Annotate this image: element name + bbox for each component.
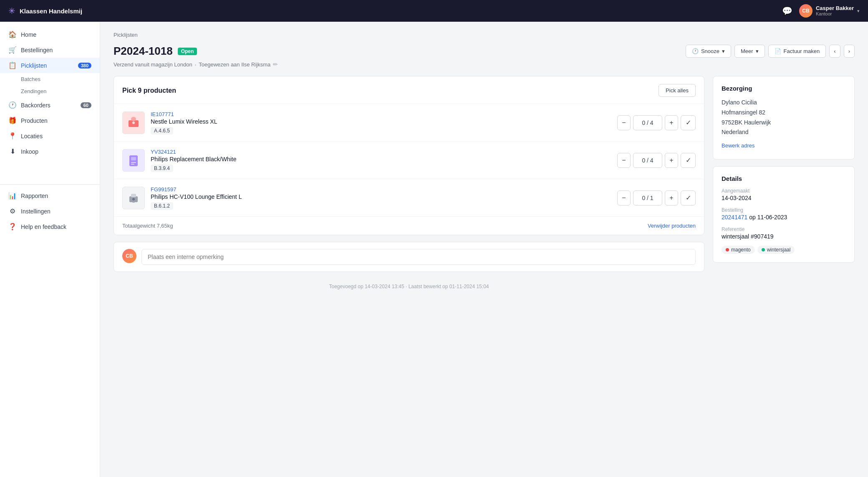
snooze-label: Snooze (701, 48, 719, 54)
tag-magento: magento (722, 246, 755, 254)
tag-label-wintersjaal: wintersjaal (767, 247, 791, 253)
product-icon: 🎁 (8, 117, 17, 124)
avatar: CB (799, 4, 812, 18)
breadcrumb: Picklijsten (114, 32, 855, 38)
check-button-1[interactable]: ✓ (681, 115, 696, 130)
comment-input[interactable] (141, 249, 696, 265)
svg-rect-5 (131, 162, 136, 163)
tag-label-magento: magento (731, 247, 751, 253)
detail-bestelling: Bestelling 20241471 op 11-06-2023 (722, 207, 846, 221)
sidebar-item-locaties[interactable]: 📍 Locaties (0, 128, 100, 144)
sidebar-item-picklijsten[interactable]: 📋 Picklijsten 380 (0, 58, 100, 73)
sidebar-label-bestellingen: Bestellingen (21, 47, 91, 53)
sidebar-item-bestellingen[interactable]: 🛒 Bestellingen (0, 42, 100, 58)
picklijsten-badge: 380 (78, 63, 91, 69)
product-sku-1[interactable]: IE107771 (151, 111, 174, 117)
sidebar-item-producten[interactable]: 🎁 Producten (0, 113, 100, 128)
pick-title: Pick 9 producten (122, 87, 176, 94)
right-column: Bezorging Dylano Cicilia Hofmansingel 82… (713, 76, 855, 298)
app-logo-icon: ✳ (8, 6, 15, 16)
help-icon: ❓ (8, 223, 17, 231)
factuur-maken-button[interactable]: 📄 Factuur maken (768, 45, 826, 58)
product-location-3: B.6.1.2 (151, 202, 173, 210)
referentie-label: Referentie (722, 226, 846, 232)
product-name-3: Philips HC-V100 Lounge Efficient L (151, 193, 611, 200)
product-controls-2: − + ✓ (617, 153, 696, 168)
svg-point-2 (132, 122, 135, 124)
page-subtitle: Verzend vanuit magazijn London · Toegewe… (114, 61, 855, 68)
user-menu[interactable]: CB Casper Bakker Kantoor ▾ (799, 4, 860, 18)
chart-icon: 📊 (8, 192, 17, 200)
factuur-label: Factuur maken (784, 48, 820, 54)
total-weight: Totaalgewicht 7,65kg (122, 223, 173, 229)
bestelling-link[interactable]: 20241471 (722, 214, 747, 221)
qty-increment-1[interactable]: + (665, 115, 678, 130)
product-img-icon-1 (125, 114, 142, 131)
product-image-3 (122, 187, 145, 209)
product-sku-2[interactable]: YV324121 (151, 149, 176, 155)
sidebar-item-backorders[interactable]: 🕐 Backorders 60 (0, 97, 100, 113)
sidebar-item-home[interactable]: 🏠 Home (0, 27, 100, 42)
pick-all-button[interactable]: Pick alles (659, 84, 696, 97)
qty-increment-3[interactable]: + (665, 190, 678, 206)
sidebar-item-batches[interactable]: Batches (21, 73, 100, 85)
sidebar-item-instellingen[interactable]: ⚙ Instellingen (0, 203, 100, 219)
bestelling-value: 20241471 op 11-06-2023 (722, 214, 846, 221)
product-sku-3[interactable]: FG991597 (151, 186, 176, 193)
qty-decrement-2[interactable]: − (617, 153, 631, 168)
qty-increment-2[interactable]: + (665, 153, 678, 168)
detail-referentie: Referentie wintersjaal #907419 (722, 226, 846, 240)
remove-products-button[interactable]: Verwijder producten (648, 223, 696, 229)
meer-chevron-icon: ▾ (756, 48, 759, 54)
sidebar-item-rapporten[interactable]: 📊 Rapporten (0, 188, 100, 203)
product-info-1: IE107771 Nestle Lumix Wireless XL A.4.6.… (151, 111, 611, 134)
detail-aangemaakt: Aangemaakt 14-03-2024 (722, 188, 846, 201)
check-button-2[interactable]: ✓ (681, 153, 696, 168)
qty-decrement-1[interactable]: − (617, 115, 631, 130)
sidebar-sub-group: Batches Zendingen (0, 73, 100, 97)
edit-icon[interactable]: ✏ (273, 61, 278, 68)
bestelling-suffix: op 11-06-2023 (747, 214, 787, 221)
page-footer: Toegevoegd op 14-03-2024 13:45 · Laatst … (114, 284, 704, 298)
aangemaakt-value: 14-03-2024 (722, 195, 846, 201)
bezorging-card: Bezorging Dylano Cicilia Hofmansingel 82… (713, 76, 855, 160)
meer-button[interactable]: Meer ▾ (734, 45, 765, 58)
pick-footer: Totaalgewicht 7,65kg Verwijder producten (114, 217, 704, 235)
bestelling-label: Bestelling (722, 207, 846, 213)
page-header: P2024-1018 Open 🕐 Snooze ▾ Meer ▾ 📄 Fact… (114, 45, 855, 58)
sidebar-label-backorders: Backorders (21, 102, 76, 109)
qty-input-1[interactable] (633, 115, 662, 130)
details-card: Details Aangemaakt 14-03-2024 Bestelling… (713, 166, 855, 263)
chevron-down-icon: ▾ (857, 8, 860, 14)
home-icon: 🏠 (8, 30, 17, 38)
product-location-2: B.3.9.4 (151, 165, 173, 172)
product-controls-1: − + ✓ (617, 115, 696, 130)
sidebar: 🏠 Home 🛒 Bestellingen 📋 Picklijsten 380 … (0, 22, 100, 477)
sidebar-item-help[interactable]: ❓ Help en feedback (0, 219, 100, 234)
pick-card: Pick 9 producten Pick alles (114, 76, 704, 235)
product-info-2: YV324121 Philips Replacement Black/White… (151, 148, 611, 172)
content-grid: Pick 9 producten Pick alles (114, 76, 855, 298)
factuur-icon: 📄 (775, 48, 781, 54)
chat-icon[interactable]: 💬 (782, 6, 792, 16)
qty-input-2[interactable] (633, 153, 662, 168)
prev-button[interactable]: ‹ (829, 45, 840, 58)
snooze-icon: 🕐 (692, 48, 699, 54)
page-title-row: P2024-1018 Open (114, 45, 197, 58)
tag-dot-red (726, 248, 729, 251)
comment-section: CB (114, 242, 704, 272)
snooze-button[interactable]: 🕐 Snooze ▾ (686, 45, 731, 58)
product-img-icon-2 (125, 152, 142, 169)
qty-decrement-3[interactable]: − (617, 190, 631, 206)
tag-dot-green (762, 248, 765, 251)
sidebar-item-zendingen[interactable]: Zendingen (21, 85, 100, 97)
header-actions: 🕐 Snooze ▾ Meer ▾ 📄 Factuur maken ‹ › (686, 45, 855, 58)
sidebar-item-inkoop[interactable]: ⬇ Inkoop (0, 144, 100, 159)
edit-address-link[interactable]: Bewerk adres (722, 142, 754, 149)
check-button-3[interactable]: ✓ (681, 190, 696, 206)
clock-icon: 🕐 (8, 101, 17, 109)
page-title: P2024-1018 (114, 45, 173, 58)
product-img-icon-3 (125, 190, 142, 206)
qty-input-3[interactable] (633, 190, 662, 206)
next-button[interactable]: › (844, 45, 855, 58)
